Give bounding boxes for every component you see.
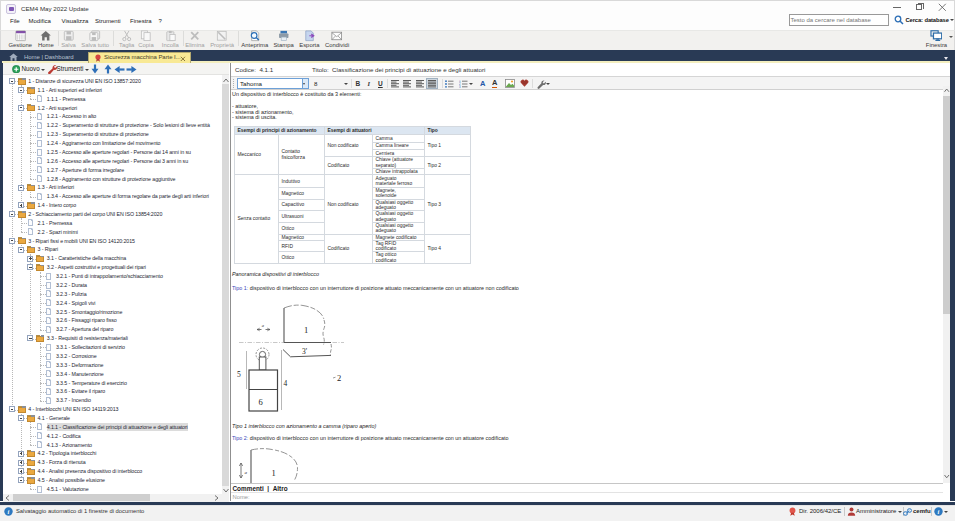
svg-text:a: a — [262, 323, 265, 328]
svg-text:3: 3 — [459, 85, 461, 88]
svg-text:1: 1 — [272, 468, 276, 478]
svg-text:i: i — [937, 508, 939, 515]
svg-text:i: i — [7, 508, 9, 515]
svg-text:3': 3' — [302, 347, 308, 356]
svg-text:2: 2 — [337, 373, 341, 383]
svg-text:1: 1 — [304, 325, 308, 335]
svg-text:5: 5 — [237, 370, 241, 379]
svg-text:a: a — [245, 470, 248, 475]
svg-text:4: 4 — [284, 379, 288, 388]
svg-text:6: 6 — [259, 397, 263, 407]
